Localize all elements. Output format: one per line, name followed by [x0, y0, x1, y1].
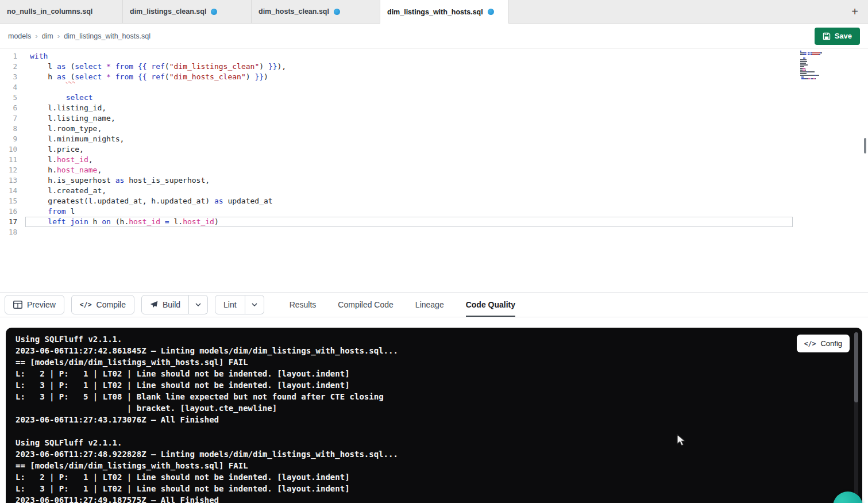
code-line[interactable]: h.host_name,: [30, 165, 788, 175]
breadcrumb-item[interactable]: dim: [42, 32, 53, 40]
minimap-line: [800, 51, 842, 52]
code-token: l.: [169, 217, 183, 226]
build-options-button[interactable]: [189, 295, 208, 314]
save-button[interactable]: Save: [815, 28, 860, 45]
code-line[interactable]: greatest(l.updated_at, h.updated_at) as …: [30, 196, 788, 206]
minimap-line: [800, 64, 842, 66]
panel-tab-code-quality[interactable]: Code Quality: [466, 293, 515, 317]
line-number: 13: [0, 175, 17, 186]
code-token: l.minimum_nights,: [30, 135, 124, 143]
lint-button[interactable]: Lint: [215, 295, 245, 314]
code-token: select: [75, 62, 102, 71]
minimap-line: [800, 75, 842, 76]
minimap-line: [800, 57, 842, 59]
editor-tab[interactable]: dim_hosts_clean.sql: [252, 0, 380, 23]
minimap-line: [800, 73, 842, 74]
compile-button[interactable]: </> Compile: [71, 295, 134, 314]
minimap-line: [800, 52, 842, 53]
code-line[interactable]: l.price,: [30, 144, 788, 155]
editor-tab[interactable]: dim_listings_clean.sql: [123, 0, 252, 23]
line-number: 3: [0, 72, 17, 82]
code-token: greatest(l.updated_at, h.updated_at): [30, 197, 214, 205]
panel-tab-compiled-code[interactable]: Compiled Code: [338, 293, 394, 317]
code-token: as: [57, 62, 66, 71]
code-token: [30, 217, 48, 226]
code-token: h.is_superhost: [30, 176, 115, 185]
code-token: ref: [151, 62, 164, 71]
code-token: [30, 207, 48, 216]
editor-tab[interactable]: no_nulls_in_columns.sql: [0, 0, 123, 23]
action-toolbar: Preview </> Compile Build Lint: [0, 292, 868, 317]
code-token: as: [57, 72, 66, 81]
editor-code: with l as (select * from {{ ref("dim_lis…: [30, 51, 788, 237]
editor-scrollbar-thumb[interactable]: [864, 138, 866, 153]
code-token: h: [88, 217, 102, 226]
code-editor[interactable]: 123456789101112131415161718 with l as (s…: [0, 49, 868, 293]
code-line[interactable]: l.host_id,: [30, 155, 788, 165]
code-line[interactable]: select: [30, 93, 788, 103]
code-token: as: [214, 197, 223, 205]
line-number: 16: [0, 206, 17, 217]
code-token: [160, 217, 165, 226]
code-token: host_id: [57, 155, 88, 164]
terminal-line: L: 2 | P: 1 | LT02 | Line should not be …: [16, 368, 839, 379]
code-line[interactable]: from l: [30, 206, 788, 217]
code-line[interactable]: left join h on (h.host_id = l.host_id): [30, 217, 788, 227]
line-number: 11: [0, 155, 17, 165]
line-number: 6: [0, 103, 17, 113]
code-token: }}: [268, 62, 277, 71]
panel-tab-results[interactable]: Results: [290, 293, 317, 317]
minimap-line: [800, 71, 842, 72]
code-token: =: [165, 217, 169, 226]
code-line[interactable]: l as (select * from {{ ref("dim_listings…: [30, 62, 788, 72]
code-token: l.listing_name,: [30, 114, 115, 122]
code-token: (: [165, 62, 169, 71]
terminal-line: 2023-06-06T11:27:42.861845Z — Linting mo…: [16, 345, 839, 356]
config-button[interactable]: </> Config: [797, 335, 850, 352]
code-token: l.created_at,: [30, 186, 106, 195]
line-number: 18: [0, 227, 17, 237]
code-line[interactable]: l.created_at,: [30, 186, 788, 196]
chevron-down-icon: [195, 303, 201, 306]
code-line[interactable]: l.room_type,: [30, 124, 788, 134]
code-token: select: [75, 72, 102, 81]
minimap-line: [800, 76, 842, 78]
preview-button[interactable]: Preview: [5, 295, 64, 314]
line-number: 5: [0, 93, 17, 103]
minimap-line: [800, 68, 842, 69]
code-line[interactable]: [30, 227, 788, 237]
build-button[interactable]: Build: [141, 295, 189, 314]
unsaved-indicator-icon: [211, 9, 217, 15]
minimap[interactable]: [800, 51, 842, 82]
lint-options-button[interactable]: [245, 295, 264, 314]
terminal-line: | bracket. [layout.cte_newline]: [16, 402, 839, 414]
breadcrumb-bar: models›dim›dim_listings_with_hosts.sql S…: [0, 24, 868, 49]
code-token: {{: [138, 72, 147, 81]
code-line[interactable]: h.is_superhost as host_is_superhost,: [30, 175, 788, 186]
terminal-scrollbar-thumb[interactable]: [854, 332, 858, 402]
code-token: (: [165, 72, 169, 81]
breadcrumb-item[interactable]: models: [8, 32, 31, 40]
terminal-scrollbar[interactable]: [854, 332, 858, 503]
compile-code-icon: </>: [80, 301, 92, 309]
code-token: from: [115, 72, 133, 81]
terminal-line: L: 3 | P: 1 | LT02 | Line should not be …: [16, 379, 839, 391]
code-token: ),: [277, 62, 287, 71]
unsaved-indicator-icon: [334, 9, 340, 15]
terminal-line: 2023-06-06T11:27:48.922828Z — Linting mo…: [16, 448, 839, 460]
code-token: {{: [138, 62, 147, 71]
new-tab-button[interactable]: +: [847, 4, 862, 19]
code-token: l.listing_id,: [30, 103, 106, 112]
code-line[interactable]: [30, 82, 788, 93]
code-line[interactable]: l.minimum_nights,: [30, 134, 788, 144]
minimap-line: [800, 59, 842, 60]
code-line[interactable]: l.listing_id,: [30, 103, 788, 113]
breadcrumb: models›dim›dim_listings_with_hosts.sql: [8, 32, 151, 40]
line-number: 14: [0, 186, 17, 196]
code-token: with: [30, 52, 48, 60]
editor-tab[interactable]: dim_listings_with_hosts.sql: [380, 0, 509, 24]
code-line[interactable]: h as (select * from {{ ref("dim_hosts_cl…: [30, 72, 788, 82]
panel-tab-lineage[interactable]: Lineage: [415, 293, 444, 317]
code-line[interactable]: l.listing_name,: [30, 113, 788, 124]
code-line[interactable]: with: [30, 51, 788, 62]
